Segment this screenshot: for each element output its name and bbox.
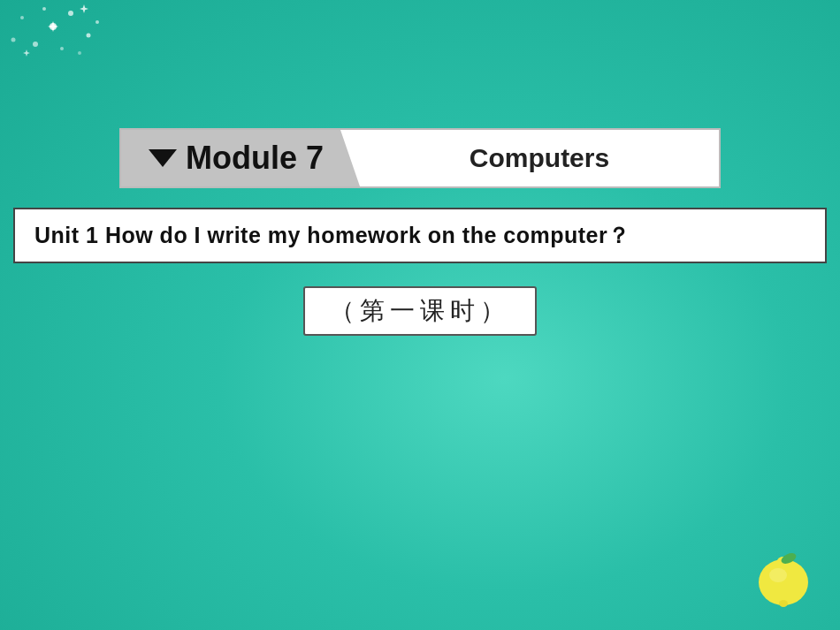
svg-point-14 bbox=[769, 568, 787, 582]
module-subtitle: Computers bbox=[470, 143, 609, 173]
svg-marker-10 bbox=[48, 21, 58, 32]
module-label: Module 7 bbox=[186, 140, 324, 177]
module-gray-section: Module 7 bbox=[121, 130, 360, 186]
svg-marker-11 bbox=[23, 49, 30, 57]
svg-point-17 bbox=[779, 600, 788, 607]
chinese-text: （第一课时） bbox=[330, 297, 510, 324]
module-banner: Module 7 Computers bbox=[119, 128, 721, 188]
down-arrow-icon bbox=[149, 149, 177, 167]
svg-point-8 bbox=[11, 38, 16, 42]
unit-box: Unit 1 How do I write my homework on the… bbox=[13, 208, 827, 263]
svg-marker-12 bbox=[80, 4, 88, 13]
sparkle-decoration bbox=[0, 0, 115, 97]
svg-point-4 bbox=[20, 16, 24, 19]
svg-point-9 bbox=[95, 20, 99, 24]
svg-point-1 bbox=[68, 11, 73, 16]
chinese-box: （第一课时） bbox=[303, 286, 537, 336]
svg-point-6 bbox=[42, 7, 46, 11]
svg-point-3 bbox=[87, 34, 91, 38]
module-subtitle-section: Computers bbox=[360, 130, 719, 186]
svg-point-5 bbox=[60, 47, 64, 50]
svg-point-13 bbox=[759, 559, 808, 605]
svg-point-7 bbox=[78, 51, 81, 55]
lemon-decoration bbox=[752, 547, 815, 611]
svg-point-2 bbox=[33, 42, 38, 47]
unit-text: Unit 1 How do I write my homework on the… bbox=[34, 221, 630, 250]
main-background: Module 7 Computers Unit 1 How do I write… bbox=[0, 0, 840, 630]
